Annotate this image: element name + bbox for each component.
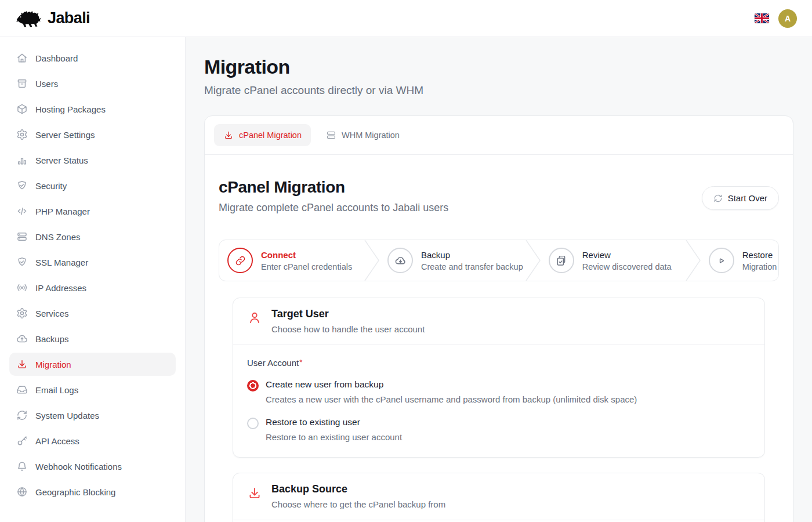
sidebar-item-label: Geographic Blocking (35, 487, 115, 497)
download-icon (223, 130, 234, 140)
step-circle (549, 248, 574, 273)
sidebar-item-label: Services (35, 309, 69, 318)
download-icon (16, 358, 28, 370)
sidebar-item-label: Email Logs (35, 385, 78, 395)
section-subtitle: Migrate complete cPanel accounts to Jaba… (219, 202, 448, 214)
brand-logo[interactable]: Jabali (15, 7, 90, 30)
radio-option-label: Create new user from backup (266, 379, 637, 390)
user-avatar[interactable]: A (778, 9, 797, 28)
page-subtitle: Migrate cPanel accounts directly or via … (204, 84, 793, 97)
wizard-step-review: ReviewReview discovered data (541, 240, 686, 281)
sidebar-item-label: SSL Manager (35, 258, 88, 267)
gear-icon (16, 307, 28, 319)
server-icon (326, 130, 336, 140)
wizard-step-backup: BackupCreate and transfer backup (379, 240, 525, 281)
start-over-button[interactable]: Start Over (702, 186, 779, 210)
sidebar-item-label: Server Status (35, 155, 88, 165)
user-icon (247, 310, 262, 325)
tab-label: cPanel Migration (239, 130, 302, 140)
app-header: Jabali A (0, 0, 812, 37)
sidebar-item-label: API Access (35, 436, 79, 446)
refresh-icon (16, 409, 28, 421)
step-separator-chevron (525, 240, 541, 281)
shield-check-icon (16, 256, 28, 268)
uk-flag-icon[interactable] (755, 13, 769, 23)
sidebar-item-dashboard[interactable]: Dashboard (9, 46, 176, 70)
shield-check-icon (16, 180, 28, 191)
radio-option-create-new-user-from-backup[interactable]: Create new user from backupCreates a new… (247, 379, 751, 404)
sidebar-nav: DashboardUsersHosting PackagesServer Set… (0, 37, 186, 522)
radio-input[interactable] (247, 380, 259, 392)
clipboard-check-icon (555, 255, 567, 267)
sidebar-item-dns-zones[interactable]: DNS Zones (9, 225, 176, 248)
step-subtitle: Migration (742, 262, 777, 271)
cpanel-migration-panel: cPanel Migration Migrate complete cPanel… (205, 155, 793, 522)
sidebar-item-label: PHP Manager (35, 206, 90, 216)
bar-chart-icon (16, 154, 28, 166)
sidebar-item-label: Webhook Notifications (35, 462, 122, 472)
required-marker: * (299, 358, 302, 367)
tab-label: WHM Migration (342, 130, 400, 140)
radio-option-restore-to-existing-user[interactable]: Restore to existing userRestore to an ex… (247, 417, 751, 442)
sidebar-item-label: IP Addresses (35, 283, 86, 293)
sidebar-item-server-settings[interactable]: Server Settings (9, 123, 176, 146)
step-subtitle: Review discovered data (582, 262, 672, 271)
target-user-card: Target User Choose how to handle the use… (233, 298, 765, 458)
sidebar-item-webhook-notifications[interactable]: Webhook Notifications (9, 455, 176, 478)
radio-input[interactable] (247, 418, 259, 429)
sidebar-item-backups[interactable]: Backups (9, 327, 176, 350)
play-icon (715, 255, 727, 267)
sidebar-item-security[interactable]: Security (9, 174, 176, 197)
page-title: Migration (204, 56, 793, 78)
sidebar-item-email-logs[interactable]: Email Logs (9, 378, 176, 401)
bell-icon (16, 461, 28, 472)
radio-option-description: Creates a new user with the cPanel usern… (266, 394, 637, 404)
step-circle (709, 248, 734, 273)
gear-icon (16, 129, 28, 140)
sidebar-item-ssl-manager[interactable]: SSL Manager (9, 251, 176, 274)
step-separator-chevron (364, 240, 379, 281)
backup-source-subtitle: Choose where to get the cPanel backup fr… (271, 499, 445, 509)
brand-name: Jabali (48, 9, 90, 27)
sidebar-item-api-access[interactable]: API Access (9, 429, 176, 452)
backup-source-title: Backup Source (271, 483, 445, 495)
sidebar-item-ip-addresses[interactable]: IP Addresses (9, 276, 176, 299)
broadcast-icon (16, 282, 28, 293)
step-title: Connect (261, 250, 352, 260)
target-user-subtitle: Choose how to handle the user account (271, 324, 425, 334)
user-account-radio-group: Create new user from backupCreates a new… (247, 379, 751, 442)
target-user-title: Target User (271, 308, 425, 320)
refresh-icon (713, 194, 723, 203)
step-subtitle: Create and transfer backup (421, 262, 523, 271)
sidebar-item-geographic-blocking[interactable]: Geographic Blocking (9, 480, 176, 503)
tab-whm-migration[interactable]: WHM Migration (317, 124, 409, 146)
start-over-label: Start Over (728, 193, 767, 203)
globe-icon (16, 486, 28, 498)
sidebar-item-server-status[interactable]: Server Status (9, 148, 176, 172)
cloud-upload-icon (16, 333, 28, 345)
step-subtitle: Enter cPanel credentials (261, 262, 352, 271)
backup-source-card: Backup Source Choose where to get the cP… (233, 473, 765, 522)
inbox-icon (16, 384, 28, 396)
server-icon (16, 231, 28, 242)
link-icon (234, 255, 246, 267)
migration-step-wizard: ConnectEnter cPanel credentialsBackupCre… (219, 240, 779, 281)
wizard-step-restore: RestoreMigration (701, 240, 779, 281)
step-separator-chevron (686, 240, 701, 281)
sidebar-item-migration[interactable]: Migration (9, 353, 176, 376)
sidebar-item-php-manager[interactable]: PHP Manager (9, 200, 176, 223)
tab-cpanel-migration[interactable]: cPanel Migration (214, 124, 311, 146)
sidebar-item-services[interactable]: Services (9, 302, 176, 325)
sidebar-item-system-updates[interactable]: System Updates (9, 404, 176, 427)
backup-source-body (233, 520, 764, 522)
key-icon (16, 435, 28, 447)
sidebar-item-label: Security (35, 181, 67, 191)
sidebar-item-hosting-packages[interactable]: Hosting Packages (9, 97, 176, 121)
sidebar-item-label: DNS Zones (35, 232, 81, 242)
home-icon (16, 52, 28, 64)
sidebar-item-label: Hosting Packages (35, 104, 106, 114)
radio-option-label: Restore to existing user (266, 417, 402, 427)
step-title: Backup (421, 250, 523, 260)
jabali-boar-logo-icon (15, 7, 43, 30)
sidebar-item-users[interactable]: Users (9, 72, 176, 95)
